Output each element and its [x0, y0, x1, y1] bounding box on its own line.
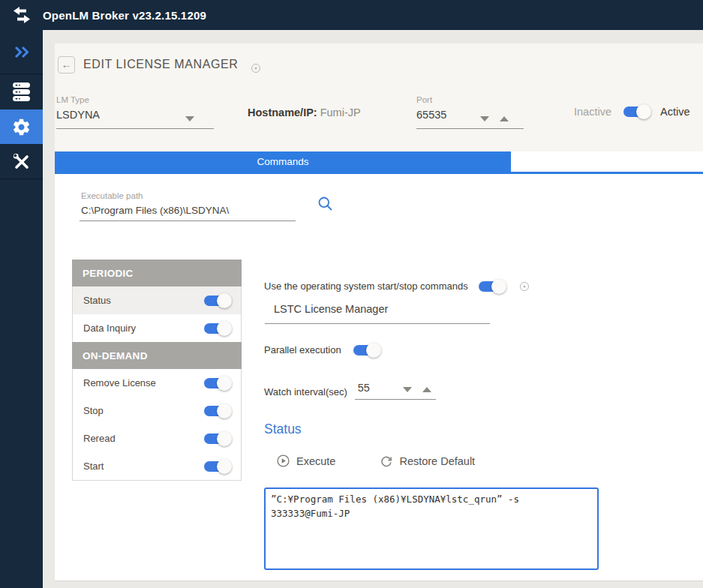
execute-label: Execute: [296, 455, 335, 467]
spinner-down-icon[interactable]: [480, 116, 489, 122]
tab-bar: Commands: [55, 152, 703, 174]
app-title: OpenLM Broker v23.2.15.1209: [43, 9, 206, 22]
command-label: Reread: [83, 433, 116, 444]
search-icon: [317, 196, 333, 212]
command-row-start[interactable]: Start: [73, 452, 241, 480]
refresh-icon: [380, 455, 392, 467]
stop-toggle[interactable]: [204, 406, 229, 416]
watch-interval-row: Watch interval(sec) 55: [264, 382, 436, 400]
command-row-data-inquiry[interactable]: Data Inquiry: [73, 314, 241, 342]
command-row-remove-license[interactable]: Remove License: [73, 369, 241, 397]
executable-path-underline: [80, 220, 296, 221]
server-stack-icon: [12, 82, 31, 102]
play-circle-icon: [277, 454, 290, 467]
toggle-knob: [217, 404, 232, 418]
toggle-knob: [366, 343, 381, 358]
lm-type-select[interactable]: LM Type LSDYNA: [56, 95, 214, 129]
toggle-knob: [491, 279, 506, 294]
section-header-periodic: PERIODIC: [72, 260, 242, 286]
watch-interval-value: 55: [358, 382, 370, 394]
section-header-on-demand: ON-DEMAND: [72, 342, 242, 369]
lm-type-label: LM Type: [56, 95, 214, 104]
os-commands-toggle[interactable]: [479, 281, 503, 292]
toggle-knob: [636, 104, 651, 119]
title-info-icon[interactable]: [251, 64, 260, 73]
start-toggle[interactable]: [204, 461, 229, 472]
watch-interval-spinner[interactable]: 55: [355, 382, 436, 400]
port-label: Port: [416, 95, 524, 104]
parallel-execution-toggle[interactable]: [353, 345, 378, 356]
os-commands-row: Use the operating system start/stop comm…: [264, 280, 529, 292]
command-row-reread[interactable]: Reread: [73, 424, 241, 452]
edit-license-manager-card: ← EDIT LICENSE MANAGER LM Type LSDYNA Ho…: [55, 44, 703, 152]
active-state-switch: Inactive Active: [574, 106, 689, 118]
command-label: Data Inquiry: [83, 322, 136, 334]
remove-license-toggle[interactable]: [204, 378, 229, 388]
command-label: Start: [83, 460, 104, 472]
parallel-execution-row: Parallel execution: [264, 344, 378, 356]
data-inquiry-toggle[interactable]: [204, 323, 229, 334]
spinner-down-icon[interactable]: [403, 387, 412, 392]
restore-default-label: Restore Default: [399, 455, 475, 467]
hostname-display: Hostname/IP: Fumi-JP: [248, 106, 361, 118]
active-label: Active: [660, 106, 690, 118]
status-toggle[interactable]: [204, 296, 229, 306]
executable-path-label: Executable path: [81, 191, 143, 200]
top-bar: OpenLM Broker v23.2.15.1209: [0, 0, 703, 30]
swap-arrows-icon: [12, 7, 32, 23]
reread-toggle[interactable]: [204, 434, 229, 444]
status-actions: Execute Restore Default: [277, 454, 475, 467]
hostname-value: Fumi-JP: [320, 106, 361, 118]
sidebar-expand-button[interactable]: [0, 30, 43, 74]
executable-path-value[interactable]: C:\Program Files (x86)\LSDYNA\: [81, 205, 229, 216]
status-command-textarea[interactable]: ”C:¥Program Files (x86)¥LSDYNA¥lstc_qrun…: [264, 488, 599, 570]
commands-tab-content: Executable path C:\Program Files (x86)\L…: [55, 174, 703, 581]
page-title: EDIT LICENSE MANAGER: [83, 58, 238, 71]
command-row-stop[interactable]: Stop: [73, 397, 241, 424]
status-section-title: Status: [264, 422, 302, 437]
command-row-status[interactable]: Status: [73, 286, 241, 314]
app-logo[interactable]: [0, 7, 43, 23]
service-name-input[interactable]: LSTC License Manager: [265, 303, 490, 324]
port-spinner[interactable]: Port 65535: [416, 95, 524, 129]
crossed-tools-icon: [11, 152, 32, 172]
command-list: PERIODIC Status Data Inquiry ON-DEMAND R…: [72, 260, 242, 481]
browse-path-button[interactable]: [317, 196, 333, 214]
sidebar-item-brokers[interactable]: [0, 74, 43, 110]
spinner-up-icon[interactable]: [422, 387, 431, 392]
command-label: Stop: [83, 405, 104, 416]
double-chevron-right-icon: [14, 46, 30, 58]
tab-commands[interactable]: Commands: [55, 152, 511, 172]
os-commands-label: Use the operating system start/stop comm…: [264, 280, 468, 292]
watch-interval-label: Watch interval(sec): [264, 386, 347, 400]
hostname-label: Hostname/IP:: [248, 106, 317, 118]
toggle-knob: [217, 376, 232, 391]
command-label: Status: [83, 295, 111, 306]
spinner-up-icon[interactable]: [500, 116, 509, 122]
inactive-label: Inactive: [574, 106, 611, 118]
sidebar: [0, 30, 43, 588]
os-commands-info-icon[interactable]: [520, 282, 529, 291]
parallel-execution-label: Parallel execution: [264, 344, 341, 356]
active-toggle[interactable]: [623, 106, 648, 117]
execute-button[interactable]: Execute: [277, 454, 335, 467]
restore-default-button[interactable]: Restore Default: [380, 455, 475, 467]
back-button[interactable]: ←: [58, 56, 75, 74]
chevron-down-icon[interactable]: [185, 116, 194, 122]
toggle-knob: [217, 293, 232, 308]
sidebar-item-tools[interactable]: [0, 144, 43, 179]
sidebar-item-settings[interactable]: [0, 110, 43, 144]
toggle-knob: [217, 321, 232, 336]
gear-icon: [11, 117, 32, 137]
toggle-knob: [217, 459, 232, 474]
command-label: Remove License: [83, 377, 156, 388]
toggle-knob: [217, 431, 232, 446]
